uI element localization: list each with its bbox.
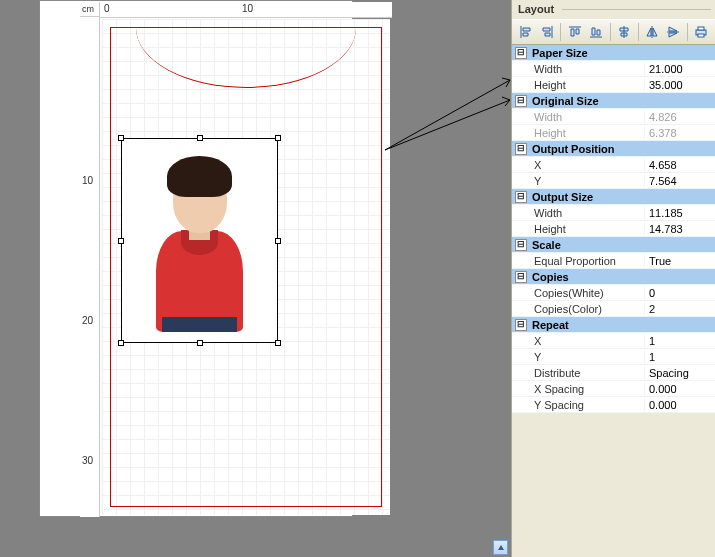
- align-top-icon: [568, 25, 582, 39]
- prop-label: Height: [512, 79, 644, 91]
- resize-handle-e[interactable]: [275, 238, 281, 244]
- prop-label: Y: [512, 175, 644, 187]
- collapse-icon[interactable]: ⊟: [515, 191, 527, 203]
- toolbar-separator: [560, 23, 561, 41]
- prop-row[interactable]: Height14.783: [512, 221, 715, 237]
- print-button[interactable]: [692, 22, 711, 42]
- annotation-arrow: [380, 60, 520, 160]
- placed-photo: [132, 149, 267, 332]
- section-scale[interactable]: ⊟ Scale: [512, 237, 715, 253]
- align-left-button[interactable]: [516, 22, 535, 42]
- resize-handle-se[interactable]: [275, 340, 281, 346]
- prop-label: Distribute: [512, 367, 644, 379]
- collapse-icon[interactable]: ⊟: [515, 143, 527, 155]
- neckline-arc: [136, 0, 356, 88]
- prop-row[interactable]: Width21.000: [512, 61, 715, 77]
- prop-label: Copies(Color): [512, 303, 644, 315]
- prop-value: 6.378: [644, 127, 715, 139]
- prop-row: Width4.826: [512, 109, 715, 125]
- prop-row[interactable]: Height35.000: [512, 77, 715, 93]
- section-repeat[interactable]: ⊟ Repeat: [512, 317, 715, 333]
- toolbar-separator: [610, 23, 611, 41]
- resize-handle-w[interactable]: [118, 238, 124, 244]
- align-bottom-button[interactable]: [586, 22, 605, 42]
- section-copies[interactable]: ⊟ Copies: [512, 269, 715, 285]
- align-right-button[interactable]: [537, 22, 556, 42]
- flip-v-icon: [666, 25, 680, 39]
- prop-label: Y Spacing: [512, 399, 644, 411]
- selected-image[interactable]: [121, 138, 278, 343]
- collapse-icon[interactable]: ⊟: [515, 319, 527, 331]
- resize-handle-ne[interactable]: [275, 135, 281, 141]
- prop-value[interactable]: 0.000: [644, 399, 715, 411]
- prop-value[interactable]: 2: [644, 303, 715, 315]
- prop-row[interactable]: DistributeSpacing: [512, 365, 715, 381]
- resize-handle-sw[interactable]: [118, 340, 124, 346]
- prop-value[interactable]: 14.783: [644, 223, 715, 235]
- collapse-icon[interactable]: ⊟: [515, 95, 527, 107]
- flip-vertical-button[interactable]: [664, 22, 683, 42]
- collapse-icon[interactable]: ⊟: [515, 271, 527, 283]
- prop-value[interactable]: 0.000: [644, 383, 715, 395]
- align-center-h-icon: [617, 25, 631, 39]
- flip-horizontal-button[interactable]: [643, 22, 662, 42]
- prop-row[interactable]: X1: [512, 333, 715, 349]
- prop-value[interactable]: 0: [644, 287, 715, 299]
- collapse-icon[interactable]: ⊟: [515, 239, 527, 251]
- prop-value[interactable]: 35.000: [644, 79, 715, 91]
- align-left-icon: [519, 25, 533, 39]
- prop-value: 4.826: [644, 111, 715, 123]
- prop-value[interactable]: 21.000: [644, 63, 715, 75]
- section-output-position[interactable]: ⊟ Output Position: [512, 141, 715, 157]
- prop-label: Height: [512, 127, 644, 139]
- collapse-icon[interactable]: ⊟: [515, 47, 527, 59]
- prop-value[interactable]: Spacing: [644, 367, 715, 379]
- resize-handle-nw[interactable]: [118, 135, 124, 141]
- section-original-size[interactable]: ⊟ Original Size: [512, 93, 715, 109]
- prop-row[interactable]: Copies(White)0: [512, 285, 715, 301]
- alignment-toolbar: [512, 19, 715, 45]
- section-label: Output Size: [530, 191, 662, 203]
- prop-row[interactable]: X4.658: [512, 157, 715, 173]
- section-label: Repeat: [530, 319, 662, 331]
- ruler-v-tick: 20: [82, 315, 93, 326]
- align-top-button[interactable]: [565, 22, 584, 42]
- prop-label: Width: [512, 111, 644, 123]
- section-output-size[interactable]: ⊟ Output Size: [512, 189, 715, 205]
- svg-rect-1: [698, 27, 704, 30]
- prop-value[interactable]: 1: [644, 351, 715, 363]
- ruler-v-tick: 30: [82, 455, 93, 466]
- prop-row[interactable]: Y7.564: [512, 173, 715, 189]
- prop-row[interactable]: Equal ProportionTrue: [512, 253, 715, 269]
- ruler-h-tick: 0: [104, 3, 110, 14]
- property-list: ⊟ Paper Size Width21.000 Height35.000 ⊟ …: [512, 45, 715, 413]
- prop-label: X: [512, 159, 644, 171]
- scroll-up-button[interactable]: [493, 540, 508, 555]
- align-center-h-button[interactable]: [614, 22, 633, 42]
- prop-label: Height: [512, 223, 644, 235]
- prop-value[interactable]: 7.564: [644, 175, 715, 187]
- align-right-icon: [540, 25, 554, 39]
- prop-value[interactable]: 11.185: [644, 207, 715, 219]
- prop-row[interactable]: X Spacing0.000: [512, 381, 715, 397]
- align-bottom-icon: [589, 25, 603, 39]
- resize-handle-n[interactable]: [197, 135, 203, 141]
- section-label: Scale: [530, 239, 662, 251]
- prop-label: Width: [512, 63, 644, 75]
- prop-value[interactable]: 4.658: [644, 159, 715, 171]
- resize-handle-s[interactable]: [197, 340, 203, 346]
- prop-row[interactable]: Y1: [512, 349, 715, 365]
- ruler-vertical: 10 20 30: [80, 17, 100, 517]
- prop-row[interactable]: Width11.185: [512, 205, 715, 221]
- toolbar-separator: [687, 23, 688, 41]
- prop-label: Equal Proportion: [512, 255, 644, 267]
- section-paper-size[interactable]: ⊟ Paper Size: [512, 45, 715, 61]
- prop-row[interactable]: Y Spacing0.000: [512, 397, 715, 413]
- prop-value[interactable]: True: [644, 255, 715, 267]
- toolbar-separator: [638, 23, 639, 41]
- layout-panel: Layout ⊟ Paper S: [511, 0, 715, 557]
- prop-row[interactable]: Copies(Color)2: [512, 301, 715, 317]
- panel-title: Layout: [512, 0, 715, 19]
- prop-value[interactable]: 1: [644, 335, 715, 347]
- ruler-v-tick: 10: [82, 175, 93, 186]
